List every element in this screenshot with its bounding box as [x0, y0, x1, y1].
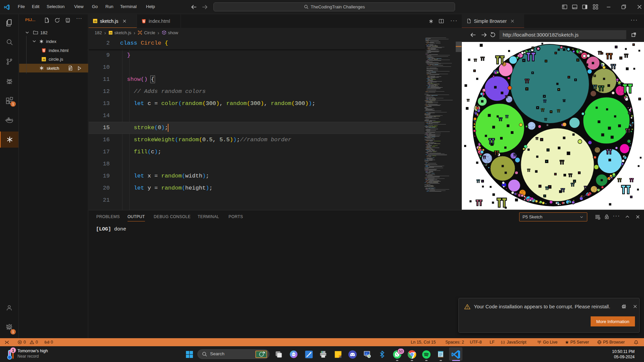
svg-text:JS: JS	[94, 20, 97, 22]
svg-text:JS: JS	[109, 32, 112, 34]
svg-text:JS: JS	[42, 58, 45, 60]
svg-text:$: $	[368, 355, 370, 358]
svg-text:1: 1	[12, 348, 14, 353]
